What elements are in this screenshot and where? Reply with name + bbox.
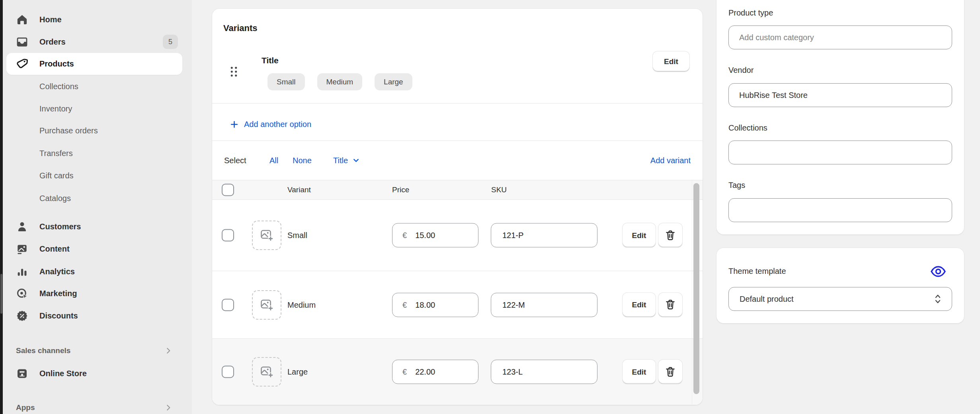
select-title-dropdown[interactable]: Title [333, 156, 360, 165]
currency-symbol: € [402, 231, 407, 240]
chevron-down-icon [352, 156, 360, 164]
add-image-placeholder[interactable] [252, 357, 281, 387]
add-another-option-link[interactable]: Add another option [230, 117, 311, 132]
sidebar-item-catalogs[interactable]: Catalogs [6, 187, 182, 209]
sidebar-item-inventory[interactable]: Inventory [6, 98, 182, 120]
tags-input[interactable] [728, 198, 952, 222]
trash-icon [664, 299, 676, 311]
option-values: Small Medium Large [267, 73, 412, 90]
target-cursor-icon [16, 287, 28, 300]
variant-name: Small [287, 231, 307, 240]
option-value-chip: Medium [317, 73, 363, 90]
add-image-placeholder[interactable] [252, 221, 281, 250]
price-value: 18.00 [415, 300, 435, 309]
sidebar-item-label: Transfers [39, 149, 73, 158]
sales-channels-header[interactable]: Sales channels [6, 340, 182, 362]
sku-field[interactable]: 122-M [491, 293, 597, 317]
price-field[interactable]: € 22.00 [392, 360, 478, 384]
sidebar-item-label: Marketing [39, 289, 77, 298]
option-name: Title [262, 56, 279, 65]
apps-header[interactable]: Apps [6, 396, 182, 414]
bar-chart-icon [16, 266, 28, 278]
variant-edit-button[interactable]: Edit [623, 223, 656, 248]
option-edit-button[interactable]: Edit [653, 51, 689, 72]
sidebar-item-label: Catalogs [39, 194, 71, 203]
variants-card: Variants Title Small Medium Large Edit A… [212, 9, 703, 405]
sidebar-item-orders[interactable]: Orders 5 [6, 31, 182, 53]
sidebar-item-label: Analytics [39, 267, 75, 276]
sidebar-item-discounts[interactable]: Discounts [6, 305, 182, 327]
vendor-input[interactable] [728, 83, 952, 107]
variants-table-header: Variant Price SKU [212, 180, 703, 200]
sidebar-item-gift-cards[interactable]: Gift cards [6, 164, 182, 187]
product-type-input[interactable] [728, 25, 952, 49]
price-field[interactable]: € 15.00 [392, 223, 478, 248]
sidebar-item-label: Customers [39, 222, 81, 231]
select-all-checkbox[interactable] [222, 184, 234, 196]
variant-delete-button[interactable] [658, 223, 682, 248]
image-plus-icon [260, 298, 274, 312]
sidebar-item-label: Purchase orders [39, 126, 98, 135]
person-icon [16, 221, 28, 233]
select-all-link[interactable]: All [269, 156, 278, 165]
variant-name: Large [287, 367, 308, 377]
sidebar-item-collections[interactable]: Collections [6, 75, 182, 98]
theme-template-card: Theme template Default product [716, 248, 964, 323]
chevron-right-icon [164, 403, 173, 412]
sidebar: Home Orders 5 Products Collections Inven… [3, 0, 192, 414]
orders-count-badge: 5 [163, 35, 178, 49]
trash-icon [664, 366, 676, 378]
collections-label: Collections [728, 123, 767, 133]
tags-label: Tags [728, 181, 745, 190]
sku-field[interactable]: 123-L [491, 360, 597, 384]
variant-delete-button[interactable] [658, 360, 682, 384]
vendor-label: Vendor [728, 66, 754, 75]
variant-select-bar: Select All None Title Add variant [212, 141, 703, 180]
variant-row: Medium € 18.00 122-M Edit [212, 271, 703, 338]
sidebar-item-content[interactable]: Content [6, 238, 182, 260]
row-checkbox[interactable] [222, 229, 234, 242]
price-field[interactable]: € 18.00 [392, 293, 478, 317]
sidebar-item-label: Products [39, 59, 74, 68]
variant-edit-button[interactable]: Edit [623, 360, 656, 384]
sidebar-item-customers[interactable]: Customers [6, 215, 182, 238]
add-variant-link[interactable]: Add variant [650, 156, 691, 165]
sidebar-item-transfers[interactable]: Transfers [6, 142, 182, 164]
media-icon [16, 243, 28, 255]
row-checkbox[interactable] [222, 366, 234, 378]
sales-channels-label: Sales channels [16, 346, 70, 355]
drag-handle-icon[interactable] [230, 66, 238, 78]
table-scrollbar-thumb[interactable] [693, 183, 699, 394]
eye-icon[interactable] [930, 265, 946, 278]
select-none-link[interactable]: None [293, 156, 312, 165]
currency-symbol: € [402, 300, 407, 309]
variants-card-title: Variants [223, 23, 258, 33]
sidebar-item-home[interactable]: Home [6, 8, 182, 31]
currency-symbol: € [402, 367, 407, 377]
sidebar-item-marketing[interactable]: Marketing [6, 282, 182, 305]
sidebar-item-purchase-orders[interactable]: Purchase orders [6, 119, 182, 142]
sidebar-item-online-store[interactable]: Online Store [6, 362, 182, 385]
trash-icon [664, 229, 676, 241]
sidebar-item-products[interactable]: Products [6, 53, 182, 75]
sidebar-item-label: Content [39, 244, 70, 254]
column-header-variant: Variant [287, 186, 311, 194]
sku-field[interactable]: 121-P [491, 223, 597, 248]
sidebar-item-analytics[interactable]: Analytics [6, 260, 182, 283]
variant-delete-button[interactable] [658, 293, 682, 317]
price-value: 15.00 [415, 231, 435, 240]
theme-template-label: Theme template [728, 267, 786, 276]
product-organization-card: Product type Vendor Collections Tags [716, 0, 964, 234]
collections-input[interactable] [728, 141, 952, 164]
theme-template-select[interactable]: Default product [728, 287, 952, 311]
row-checkbox[interactable] [222, 299, 234, 311]
edge-scrollbar-thumb[interactable] [0, 274, 2, 314]
chevron-right-icon [164, 346, 173, 355]
add-image-placeholder[interactable] [252, 290, 281, 320]
divider [212, 103, 703, 104]
sidebar-item-label: Discounts [39, 311, 78, 320]
image-plus-icon [260, 365, 274, 379]
select-label: Select [224, 156, 246, 165]
window-edge-strip [0, 0, 3, 414]
variant-edit-button[interactable]: Edit [623, 293, 656, 317]
